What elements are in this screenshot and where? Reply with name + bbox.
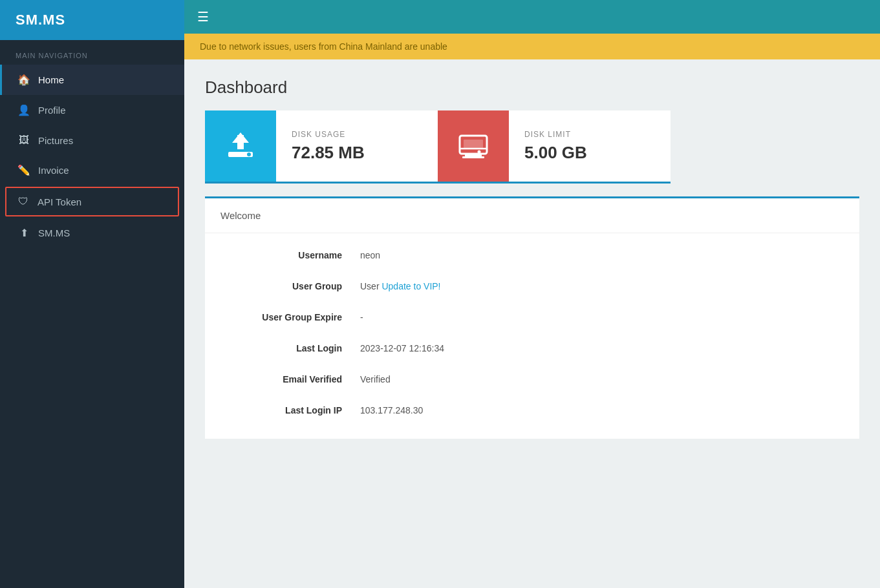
sidebar-item-invoice[interactable]: ✏️ Invoice [0, 155, 184, 185]
sidebar-item-pictures[interactable]: 🖼 Pictures [0, 125, 184, 155]
sidebar-item-label: API Token [38, 196, 81, 207]
disk-limit-icon [456, 132, 491, 160]
main-content: ☰ Due to network issues, users from Chin… [184, 0, 880, 588]
last-login-label: Last Login [231, 343, 360, 353]
last-login-ip-label: Last Login IP [231, 405, 360, 415]
user-group-row: User Group User Update to VIP! [205, 271, 859, 302]
cards-row: DISK USAGE 72.85 MB DI [205, 110, 859, 184]
sidebar-item-label: Profile [38, 105, 66, 116]
last-login-value: 2023-12-07 12:16:34 [360, 343, 444, 353]
sidebar: SM.MS MAIN NAVIGATION 🏠 Home 👤 Profile 🖼… [0, 0, 184, 588]
user-group-expire-value: - [360, 312, 363, 322]
welcome-header: Welcome [205, 198, 859, 233]
picture-icon: 🖼 [17, 134, 30, 146]
last-login-ip-value: 103.177.248.30 [360, 405, 423, 415]
user-group-expire-row: User Group Expire - [205, 302, 859, 333]
email-verified-label: Email Verified [231, 374, 360, 384]
disk-usage-icon-box [205, 110, 276, 182]
disk-usage-value: 72.85 MB [292, 143, 365, 163]
invoice-icon: ✏️ [17, 164, 30, 176]
disk-usage-body: DISK USAGE 72.85 MB [276, 117, 380, 176]
disk-limit-label: DISK LIMIT [524, 130, 587, 139]
username-label: Username [231, 250, 360, 260]
disk-limit-icon-box [438, 110, 509, 182]
user-group-text: User [360, 281, 381, 291]
info-table: Username neon User Group User Update to … [205, 233, 859, 439]
topbar: ☰ [184, 0, 880, 34]
user-icon: 👤 [17, 104, 30, 116]
username-row: Username neon [205, 240, 859, 271]
home-icon: 🏠 [17, 74, 30, 86]
welcome-panel: Welcome Username neon User Group User Up… [205, 196, 859, 439]
disk-limit-value: 5.00 GB [524, 143, 587, 163]
user-group-expire-label: User Group Expire [231, 312, 360, 322]
svg-point-4 [247, 152, 251, 156]
upload-disk-icon [223, 129, 258, 163]
sidebar-item-label: SM.MS [38, 227, 70, 238]
disk-usage-card: DISK USAGE 72.85 MB [205, 110, 438, 184]
sidebar-item-profile[interactable]: 👤 Profile [0, 95, 184, 125]
sidebar-item-api-token[interactable]: 🛡 API Token [5, 187, 179, 216]
sidebar-item-home[interactable]: 🏠 Home [0, 65, 184, 95]
user-group-label: User Group [231, 281, 360, 291]
alert-banner: Due to network issues, users from China … [184, 34, 880, 59]
svg-point-10 [478, 151, 481, 154]
upload-icon: ⬆ [17, 227, 30, 239]
page-title: Dashboard [205, 78, 859, 98]
svg-marker-2 [232, 132, 249, 143]
shield-icon: 🛡 [17, 196, 30, 207]
sidebar-logo: SM.MS [0, 0, 184, 40]
sidebar-item-label: Home [38, 74, 64, 85]
svg-rect-8 [464, 140, 483, 149]
svg-rect-7 [462, 156, 484, 158]
disk-limit-body: DISK LIMIT 5.00 GB [509, 117, 603, 176]
sidebar-item-label: Pictures [38, 135, 73, 146]
last-login-row: Last Login 2023-12-07 12:16:34 [205, 333, 859, 364]
email-verified-value: Verified [360, 374, 391, 384]
content-area: Dashboard DISK USAGE 72.85 MB [184, 59, 880, 588]
user-group-value: User Update to VIP! [360, 281, 441, 291]
username-value: neon [360, 250, 380, 260]
email-verified-row: Email Verified Verified [205, 364, 859, 395]
svg-rect-6 [465, 154, 482, 156]
menu-icon[interactable]: ☰ [197, 9, 209, 25]
sidebar-item-label: Invoice [38, 165, 69, 176]
last-login-ip-row: Last Login IP 103.177.248.30 [205, 395, 859, 426]
nav-label: MAIN NAVIGATION [0, 40, 184, 65]
update-to-vip-link[interactable]: Update to VIP! [381, 281, 440, 291]
disk-limit-card: DISK LIMIT 5.00 GB [438, 110, 671, 184]
sidebar-item-smms[interactable]: ⬆ SM.MS [0, 218, 184, 248]
disk-usage-label: DISK USAGE [292, 130, 365, 139]
